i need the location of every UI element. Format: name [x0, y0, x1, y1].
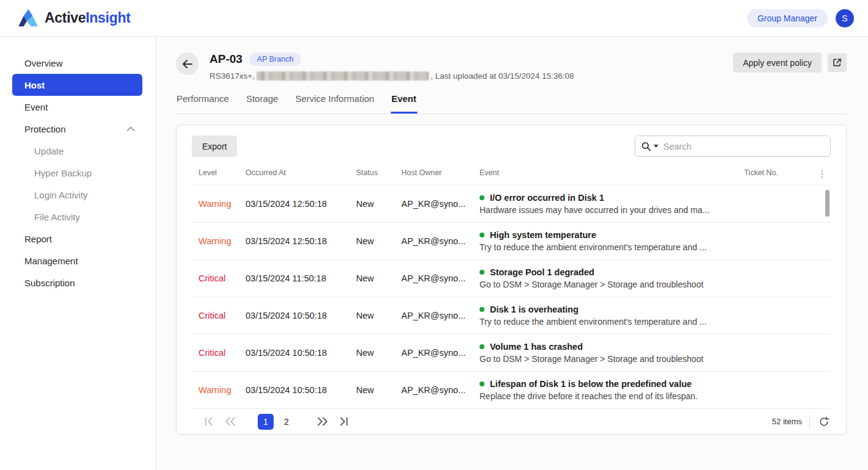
event-status-dot	[480, 381, 484, 386]
search-input[interactable]	[663, 142, 824, 151]
column-header-level[interactable]: Level	[192, 168, 246, 179]
activeinsight-logo[interactable]: ActiveInsight	[18, 9, 131, 27]
host-subtitle: RS3617xs+, , Last uploaded at 03/15/2024…	[210, 71, 574, 81]
page-2-button[interactable]: 2	[279, 414, 294, 430]
column-header-status[interactable]: Status	[356, 168, 401, 179]
export-button[interactable]: Export	[192, 136, 237, 157]
back-button[interactable]	[176, 52, 199, 75]
level-badge: Warning	[199, 385, 231, 395]
table-row[interactable]: Warning 03/15/2024 12:50:18 New AP_KR@sy…	[192, 222, 831, 259]
host-owner: AP_KR@syno...	[401, 273, 480, 283]
sidebar-item-subscription[interactable]: Subscription	[12, 272, 142, 294]
table-row[interactable]: Warning 03/15/2024 12:50:18 New AP_KR@sy…	[192, 185, 831, 222]
occurred-at: 03/15/2024 10:50:18	[246, 311, 356, 320]
brand-name: ActiveInsight	[45, 10, 131, 26]
apply-event-policy-button[interactable]: Apply event policy	[733, 52, 822, 73]
sidebar-item-protection[interactable]: Protection	[12, 118, 142, 140]
host-owner: AP_KR@syno...	[401, 199, 480, 209]
brand-name-insight: Insight	[86, 10, 130, 26]
search-icon	[641, 142, 651, 151]
table-row[interactable]: Critical 03/15/2024 11:50:18 New AP_KR@s…	[192, 259, 831, 297]
pagination-bar: 1 2 52 items	[192, 408, 831, 434]
host-header: AP-03 AP Branch RS3617xs+, , Last upload…	[176, 52, 847, 81]
event-description: Replace the drive before it reaches the …	[480, 391, 722, 401]
event-status-dot	[480, 344, 484, 349]
refresh-icon	[819, 416, 830, 427]
arrow-left-icon	[182, 59, 193, 69]
refresh-button[interactable]	[817, 416, 831, 427]
sidebar-item-protection-label: Protection	[24, 124, 66, 134]
group-manager-button[interactable]: Group Manager	[747, 9, 828, 27]
event-status-dot	[480, 233, 484, 237]
sidebar-item-host[interactable]: Host	[12, 74, 142, 96]
event-title: Volume 1 has crashed	[490, 342, 583, 352]
last-page-button[interactable]	[335, 414, 351, 430]
event-description: Try to reduce the ambient environment's …	[480, 317, 722, 327]
search-filter-caret-icon[interactable]	[654, 145, 658, 148]
tab-event[interactable]: Event	[391, 93, 417, 114]
tab-storage[interactable]: Storage	[246, 93, 279, 114]
tab-service-information[interactable]: Service Information	[294, 93, 374, 114]
sidebar-item-management[interactable]: Management	[12, 250, 142, 272]
user-avatar[interactable]: S	[836, 9, 854, 27]
first-page-button[interactable]	[202, 414, 217, 430]
column-header-occurred-at[interactable]: Occurred At	[246, 168, 356, 179]
tab-bar: Performance Storage Service Information …	[176, 93, 847, 114]
chevron-up-icon	[126, 126, 135, 132]
column-header-event[interactable]: Event	[480, 168, 722, 179]
table-header: Level Occurred At Status Host Owner Even…	[192, 168, 831, 185]
event-description: Try to reduce the ambient environment's …	[480, 242, 722, 252]
host-owner: AP_KR@syno...	[401, 311, 480, 320]
event-title: I/O error occurred in Disk 1	[490, 193, 604, 203]
event-title: High system temperature	[490, 230, 596, 240]
status: New	[356, 385, 401, 395]
sidebar-item-report[interactable]: Report	[12, 228, 142, 250]
occurred-at: 03/15/2024 10:50:18	[246, 348, 356, 358]
main-content: AP-03 AP Branch RS3617xs+, , Last upload…	[156, 37, 868, 470]
event-title: Lifespan of Disk 1 is below the predefin…	[490, 379, 691, 389]
sidebar-item-overview[interactable]: Overview	[12, 52, 142, 74]
status: New	[356, 236, 401, 246]
sidebar-item-hyper-backup[interactable]: Hyper Backup	[12, 162, 142, 184]
event-status-dot	[480, 195, 484, 200]
host-owner: AP_KR@syno...	[401, 348, 480, 358]
sidebar-item-login-activity[interactable]: Login Activity	[12, 184, 142, 206]
status: New	[356, 311, 401, 320]
host-title: AP-03	[210, 52, 243, 66]
sidebar: Overview Host Event Protection Update Hy…	[0, 37, 156, 470]
level-badge: Warning	[199, 199, 231, 209]
brand-triangle-icon	[18, 9, 38, 27]
page-1-button[interactable]: 1	[258, 414, 274, 430]
occurred-at: 03/15/2024 12:50:18	[246, 199, 356, 209]
sidebar-item-update[interactable]: Update	[12, 140, 142, 162]
previous-page-button[interactable]	[222, 414, 238, 430]
sidebar-item-file-activity[interactable]: File Activity	[12, 206, 142, 228]
column-header-ticket-no[interactable]: Ticket No.	[722, 168, 814, 179]
event-description: Hardware issues may have occurred in you…	[480, 205, 722, 215]
event-title: Storage Pool 1 degraded	[490, 267, 594, 277]
status: New	[356, 273, 401, 283]
topbar: ActiveInsight Group Manager S	[0, 0, 868, 37]
table-scrollbar-thumb[interactable]	[825, 190, 830, 217]
next-page-button[interactable]	[314, 414, 330, 430]
tab-performance[interactable]: Performance	[176, 93, 230, 114]
column-settings-icon[interactable]: ⋮	[814, 168, 831, 179]
search-box[interactable]	[635, 136, 831, 157]
occurred-at: 03/15/2024 11:50:18	[246, 273, 356, 283]
table-row[interactable]: Critical 03/15/2024 10:50:18 New AP_KR@s…	[192, 297, 831, 334]
host-owner: AP_KR@syno...	[401, 385, 480, 395]
redacted-serial	[257, 71, 429, 81]
event-card: Export Level Occurred At Status Host Own…	[176, 125, 847, 435]
status: New	[356, 199, 401, 209]
host-group-badge: AP Branch	[249, 52, 302, 66]
event-description: Go to DSM > Storage Manager > Storage an…	[480, 354, 722, 364]
column-header-host-owner[interactable]: Host Owner	[401, 168, 480, 179]
external-link-button[interactable]	[828, 53, 847, 72]
host-last-uploaded: , Last uploaded at 03/15/2024 15:36:08	[431, 71, 574, 81]
sidebar-item-event[interactable]: Event	[12, 96, 142, 118]
level-badge: Critical	[199, 348, 225, 358]
table-row[interactable]: Warning 03/15/2024 10:50:18 New AP_KR@sy…	[192, 371, 831, 408]
divider	[809, 414, 810, 429]
event-title: Disk 1 is overheating	[490, 305, 578, 314]
table-row[interactable]: Critical 03/15/2024 10:50:18 New AP_KR@s…	[192, 334, 831, 371]
